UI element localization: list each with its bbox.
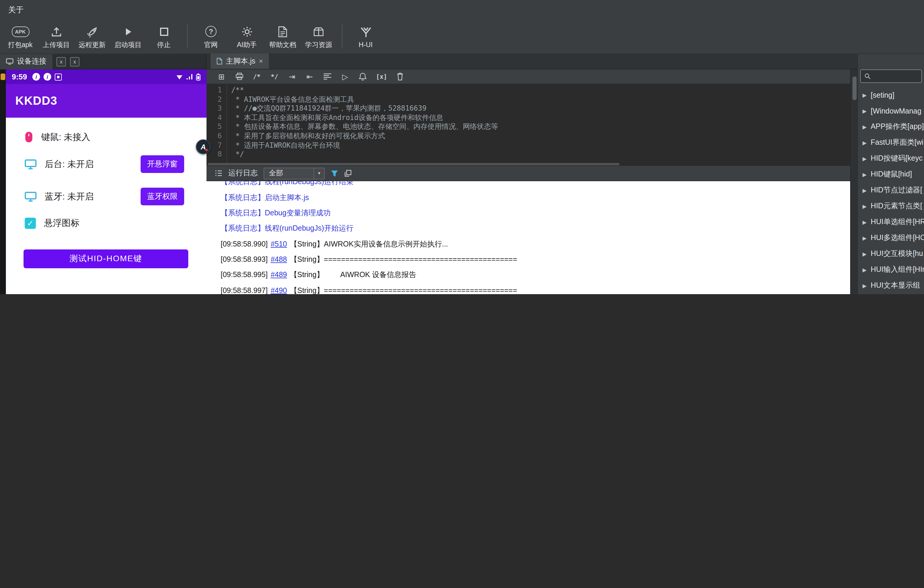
question-circle-icon: ? bbox=[205, 24, 216, 39]
code-line: 8 */ bbox=[206, 150, 850, 159]
editor-scrollbar-thumb[interactable] bbox=[852, 76, 856, 100]
floating-bubble-icon[interactable] bbox=[1, 74, 5, 80]
filter-funnel-icon[interactable] bbox=[331, 170, 338, 177]
open-floating-window-button[interactable]: 开悬浮窗 bbox=[140, 155, 184, 173]
api-tree-item[interactable]: ▶ [seting] bbox=[858, 87, 924, 103]
line-number: 2 bbox=[206, 95, 222, 104]
api-tree-item[interactable]: ▶ HUI文本显示组 bbox=[858, 278, 924, 293]
format-code-icon[interactable] bbox=[323, 73, 332, 80]
editor-tabbar: 主脚本.js × bbox=[206, 54, 857, 69]
center-scrollbar-track[interactable] bbox=[850, 69, 857, 294]
test-hid-home-button[interactable]: 测试HID-HOME键 bbox=[23, 249, 188, 268]
chevron-right-icon: ▶ bbox=[863, 235, 867, 241]
stop-button[interactable]: 停止 bbox=[146, 24, 182, 49]
run-log-entry: [09:58:58.997]#490【String】==============… bbox=[206, 283, 850, 294]
variables-icon[interactable]: [x] bbox=[376, 73, 387, 80]
tab-device-connect[interactable]: 设备连接 bbox=[0, 54, 52, 69]
phone-mirror[interactable]: 9:59 i i KKDD3 键鼠: 未接入 bbox=[0, 69, 206, 294]
bluetooth-permission-button[interactable]: 蓝牙权限 bbox=[140, 188, 184, 205]
api-tree-item[interactable]: ▶ APP操作类[app] bbox=[858, 119, 924, 135]
h-ui-button[interactable]: H-UI bbox=[348, 25, 384, 48]
api-tree-label: HUI文本显示组 bbox=[871, 281, 920, 291]
search-icon bbox=[864, 73, 871, 79]
comment-open-icon[interactable]: /* bbox=[252, 73, 261, 80]
chevron-right-icon: ▶ bbox=[863, 140, 867, 146]
comment-close-icon[interactable]: */ bbox=[270, 73, 279, 80]
learning-resources-button[interactable]: 学习资源 bbox=[301, 24, 337, 49]
api-tree-label: HID节点过滤器[ bbox=[871, 185, 922, 195]
api-tree-item[interactable]: ▶ FastUI界面类[wi bbox=[858, 135, 924, 151]
upload-icon bbox=[50, 24, 62, 39]
menu-about[interactable]: 关于 bbox=[8, 5, 23, 15]
run-log-entry: 【系统日志】启动主脚本.js bbox=[206, 190, 850, 205]
search-input[interactable] bbox=[873, 72, 921, 80]
run-log-entry: [09:58:58.995]#489【String】 AIWROK 设备信息报告 bbox=[206, 267, 850, 283]
floating-assistant-ball[interactable]: A bbox=[196, 140, 211, 154]
upload-project-button[interactable]: 上传项目 bbox=[38, 24, 74, 49]
h-ui-logo-icon bbox=[359, 25, 372, 40]
scale-toggle-2[interactable]: x bbox=[70, 57, 79, 66]
notify-bell-icon[interactable] bbox=[358, 72, 367, 81]
indent-left-icon[interactable]: ⇤ bbox=[305, 72, 314, 81]
api-tree-item[interactable]: ▶ [WindowManag bbox=[858, 103, 924, 119]
menubar: 关于 bbox=[0, 0, 924, 20]
log-message: ========================================… bbox=[324, 255, 517, 264]
editor-hscrollbar[interactable] bbox=[206, 162, 850, 165]
run-log-entry: [09:58:58.990]#510【String】AIWROK实用设备信息示例… bbox=[206, 236, 850, 252]
api-tree-item[interactable]: ▶ HID按键码[keyc bbox=[858, 151, 924, 166]
insert-grid-icon[interactable]: ⊞ bbox=[217, 72, 226, 81]
log-type-tag: 【String】 bbox=[290, 287, 324, 294]
play-icon bbox=[123, 24, 133, 39]
run-project-button[interactable]: 启动项目 bbox=[110, 24, 146, 49]
indent-right-icon[interactable]: ⇥ bbox=[288, 72, 297, 81]
print-icon[interactable] bbox=[235, 72, 244, 81]
clear-trash-icon[interactable] bbox=[396, 72, 405, 81]
chevron-right-icon: ▶ bbox=[863, 219, 867, 225]
log-timestamp: [09:58:58.990] bbox=[221, 240, 268, 248]
code-text: */ bbox=[231, 150, 244, 159]
run-log-panel[interactable]: 【系统日志】线程(runDebugJs)运行结束 【系统日志】启动主脚本.js … bbox=[206, 181, 850, 294]
battery-icon bbox=[196, 73, 201, 80]
api-tree-item[interactable]: ▶ HUI输入组件[HIn bbox=[858, 262, 924, 278]
api-search-box[interactable] bbox=[860, 69, 922, 83]
floating-icon-row: ✓ 悬浮图标 bbox=[25, 217, 79, 229]
official-site-button[interactable]: ? 官网 bbox=[193, 24, 229, 49]
log-line-link[interactable]: #490 bbox=[271, 287, 287, 294]
api-tree[interactable]: ▶ [seting] ▶ [WindowManag ▶ APP操作类[app] … bbox=[858, 87, 924, 294]
tab-main-script[interactable]: 主脚本.js × bbox=[211, 54, 269, 69]
scale-toggle-1[interactable]: x bbox=[56, 57, 66, 66]
remote-update-button[interactable]: 远程更新 bbox=[74, 24, 110, 49]
log-line-link[interactable]: #510 bbox=[271, 240, 287, 248]
help-docs-button[interactable]: 帮助文档 bbox=[265, 24, 301, 49]
line-number: 3 bbox=[206, 104, 222, 113]
close-tab-icon[interactable]: × bbox=[259, 57, 263, 65]
code-text: * //●交流QQ群711841924群一，苹果内测群，528816639 bbox=[231, 104, 427, 113]
chevron-right-icon: ▶ bbox=[863, 188, 867, 193]
export-log-icon[interactable] bbox=[344, 170, 352, 177]
api-tree-item[interactable]: ▶ HUI多选组件[HC bbox=[858, 230, 924, 246]
log-line-link[interactable]: #489 bbox=[271, 271, 287, 279]
api-tree-item[interactable]: ▶ Hui文本域组件[H bbox=[858, 293, 924, 294]
run-script-icon[interactable]: ▷ bbox=[341, 72, 350, 81]
ai-assistant-button[interactable]: AI助手 bbox=[229, 24, 265, 49]
api-tree-label: HID按键码[keyc bbox=[871, 153, 922, 163]
log-line-link[interactable]: #488 bbox=[271, 255, 287, 264]
api-tree-item[interactable]: ▶ HID节点过滤器[ bbox=[858, 182, 924, 198]
log-filter-dropdown[interactable]: 全部 ▾ bbox=[264, 167, 325, 179]
api-tree-item[interactable]: ▶ HID元素节点类[ bbox=[858, 198, 924, 214]
code-editor[interactable]: 1/** 2 * AIWROK平台设备信息全面检测工具 3 * //●交流QQ群… bbox=[206, 84, 850, 162]
code-line: 6 * 采用了多层容错机制和友好的可视化展示方式 bbox=[206, 132, 850, 141]
api-tree-label: [seting] bbox=[871, 91, 894, 99]
script-file-icon bbox=[216, 58, 223, 65]
line-number: 5 bbox=[206, 123, 222, 132]
mouse-status-row: 键鼠: 未接入 bbox=[25, 131, 90, 143]
floating-icon-checkbox[interactable]: ✓ bbox=[25, 217, 36, 229]
api-tree-item[interactable]: ▶ HID键鼠[hid] bbox=[858, 166, 924, 182]
api-tree-item[interactable]: ▶ HUI单选组件[HR bbox=[858, 214, 924, 230]
log-type-tag: 【String】 bbox=[290, 240, 324, 248]
log-type-tag: 【String】 bbox=[290, 271, 324, 279]
backstage-status-row: 后台: 未开启 bbox=[25, 159, 94, 170]
screen-icon bbox=[6, 58, 13, 65]
package-apk-button[interactable]: APK 打包apk bbox=[2, 24, 38, 49]
api-tree-item[interactable]: ▶ HUI交互模块[hu bbox=[858, 246, 924, 262]
